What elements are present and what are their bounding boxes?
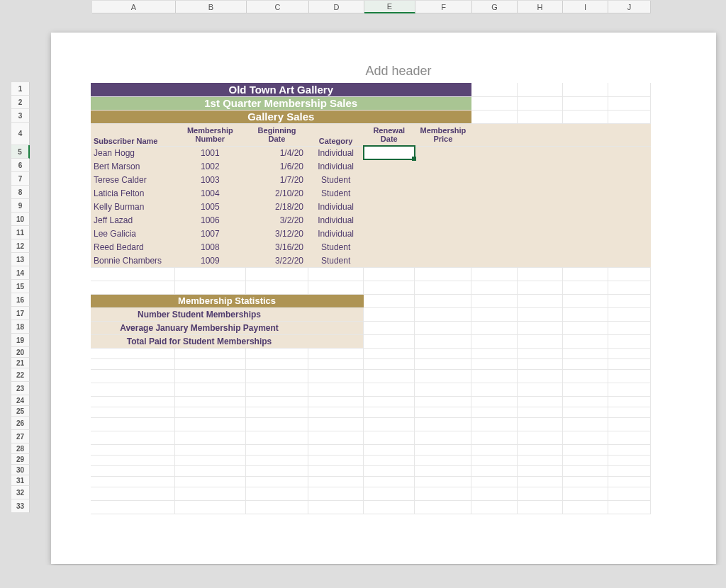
row-header-23[interactable]: 23: [11, 382, 30, 395]
cell[interactable]: [517, 173, 562, 186]
col-header-B[interactable]: B: [176, 1, 247, 13]
cell-number[interactable]: 1007: [174, 227, 245, 240]
cell-name[interactable]: Bonnie Chambers: [91, 254, 174, 267]
add-header-placeholder[interactable]: Add header: [91, 64, 706, 79]
cell[interactable]: [245, 383, 308, 396]
cell[interactable]: [608, 123, 650, 146]
stats-total-student-value[interactable]: [308, 334, 364, 348]
cell[interactable]: [415, 200, 471, 213]
row-header-26[interactable]: 26: [11, 417, 30, 430]
cell[interactable]: [415, 383, 471, 396]
cell[interactable]: [471, 321, 517, 334]
cell[interactable]: [415, 417, 471, 431]
cell[interactable]: [562, 254, 608, 267]
cell[interactable]: [608, 476, 650, 487]
cell-category[interactable]: Individual: [308, 200, 364, 213]
cell[interactable]: [174, 369, 245, 383]
cell[interactable]: [415, 444, 471, 455]
cell[interactable]: [91, 431, 174, 444]
cell[interactable]: [174, 455, 245, 465]
cell[interactable]: [471, 110, 517, 123]
cell[interactable]: [364, 294, 415, 307]
cell[interactable]: [471, 173, 517, 186]
cell-date[interactable]: 2/18/20: [245, 200, 308, 213]
cell[interactable]: [245, 465, 308, 476]
cell[interactable]: [562, 267, 608, 281]
cell[interactable]: [608, 465, 650, 476]
cell[interactable]: [174, 444, 245, 455]
cell[interactable]: [517, 159, 562, 173]
cell-name[interactable]: Kelly Burman: [91, 200, 174, 213]
cell-name[interactable]: Bert Marson: [91, 159, 174, 173]
cell[interactable]: [608, 321, 650, 334]
cell-number[interactable]: 1002: [174, 159, 245, 173]
cell[interactable]: [562, 369, 608, 383]
row-header-14[interactable]: 14: [11, 266, 30, 280]
cell[interactable]: [562, 383, 608, 396]
cell-date[interactable]: 3/16/20: [245, 240, 308, 254]
cell[interactable]: [517, 200, 562, 213]
cell[interactable]: [517, 500, 562, 514]
cell[interactable]: [562, 307, 608, 321]
row-header-3[interactable]: 3: [11, 109, 30, 123]
cell[interactable]: [471, 487, 517, 500]
col-header-H[interactable]: H: [518, 1, 563, 13]
row-header-9[interactable]: 9: [11, 199, 30, 213]
cell[interactable]: [174, 431, 245, 444]
cell[interactable]: [174, 476, 245, 487]
cell[interactable]: [608, 383, 650, 396]
cell[interactable]: [364, 431, 415, 444]
row-header-1[interactable]: 1: [11, 82, 30, 96]
cell[interactable]: [608, 307, 650, 321]
cell[interactable]: [245, 281, 308, 294]
cell[interactable]: [245, 476, 308, 487]
cell[interactable]: [562, 455, 608, 465]
cell[interactable]: [562, 334, 608, 348]
cell[interactable]: [608, 146, 650, 159]
th-category[interactable]: Category: [308, 123, 364, 146]
cell[interactable]: [471, 281, 517, 294]
cell[interactable]: [517, 476, 562, 487]
th-begin[interactable]: Beginning Date: [245, 123, 308, 146]
col-header-G[interactable]: G: [472, 1, 518, 13]
cell[interactable]: [415, 227, 471, 240]
cell[interactable]: [471, 383, 517, 396]
cell[interactable]: [471, 407, 517, 417]
cell[interactable]: [364, 254, 415, 267]
cell[interactable]: [364, 369, 415, 383]
cell[interactable]: [562, 396, 608, 407]
row-header-22[interactable]: 22: [11, 368, 30, 382]
cell[interactable]: [517, 396, 562, 407]
cell[interactable]: [91, 358, 174, 369]
th-price[interactable]: Membership Price: [415, 123, 471, 146]
cell[interactable]: [562, 417, 608, 431]
cell[interactable]: [364, 334, 415, 348]
cell[interactable]: [562, 281, 608, 294]
cell[interactable]: [608, 358, 650, 369]
row-header-8[interactable]: 8: [11, 186, 30, 199]
cell[interactable]: [517, 431, 562, 444]
cell-number[interactable]: 1004: [174, 186, 245, 200]
cell[interactable]: [174, 383, 245, 396]
cell[interactable]: [562, 348, 608, 358]
cell[interactable]: [174, 396, 245, 407]
cell[interactable]: [245, 455, 308, 465]
cell[interactable]: [364, 487, 415, 500]
cell[interactable]: [517, 455, 562, 465]
cell[interactable]: [562, 500, 608, 514]
cell[interactable]: [91, 383, 174, 396]
row-header-24[interactable]: 24: [11, 395, 30, 406]
cell[interactable]: [308, 500, 364, 514]
cell[interactable]: [415, 455, 471, 465]
title-main[interactable]: Old Town Art Gallery: [91, 83, 471, 96]
cell[interactable]: [245, 348, 308, 358]
cell-date[interactable]: 1/4/20: [245, 146, 308, 159]
cell-date[interactable]: 2/10/20: [245, 186, 308, 200]
cell[interactable]: [364, 159, 415, 173]
cell-category[interactable]: Student: [308, 186, 364, 200]
row-header-32[interactable]: 32: [11, 486, 30, 499]
cell[interactable]: [174, 417, 245, 431]
row-header-6[interactable]: 6: [11, 159, 30, 172]
cell[interactable]: [608, 213, 650, 227]
cell[interactable]: [415, 267, 471, 281]
